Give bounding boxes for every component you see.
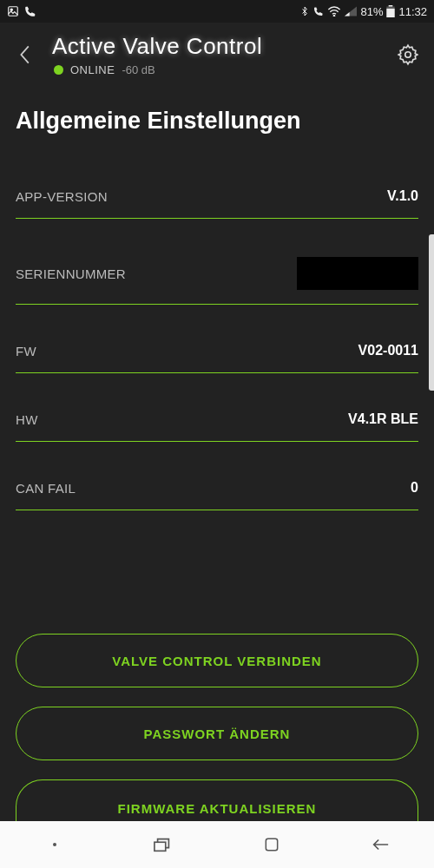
svg-point-6 [405, 52, 411, 58]
svg-rect-8 [154, 842, 165, 851]
fw-label: FW [16, 344, 36, 358]
svg-point-7 [53, 843, 56, 846]
signal-icon [345, 6, 357, 16]
wifi-icon [327, 6, 341, 16]
hw-value: V4.1R BLE [348, 411, 418, 427]
firmware-button-label: FIRMWARE AKTUALISIEREN [118, 801, 317, 816]
change-password-button[interactable]: PASSWORT ÄNDERN [16, 707, 418, 760]
image-icon [7, 5, 19, 17]
connect-valve-control-button[interactable]: VALVE CONTROL VERBINDEN [16, 634, 418, 687]
nav-dot[interactable] [29, 832, 81, 858]
scrollbar[interactable] [429, 234, 434, 391]
svg-rect-4 [387, 9, 395, 17]
battery-percent: 81% [360, 5, 383, 18]
hw-row: HW V4.1R BLE [16, 399, 418, 442]
home-button[interactable] [246, 832, 298, 858]
signal-strength: -60 dB [122, 63, 155, 76]
can-fail-label: CAN FAIL [16, 481, 76, 496]
settings-button[interactable] [394, 41, 422, 69]
recent-apps-button[interactable] [137, 832, 189, 858]
online-label: ONLINE [70, 63, 115, 76]
password-button-label: PASSWORT ÄNDERN [144, 727, 291, 741]
can-fail-row: CAN FAIL 0 [16, 468, 418, 510]
connect-button-label: VALVE CONTROL VERBINDEN [112, 654, 321, 668]
fw-row: FW V02-0011 [16, 331, 418, 373]
svg-rect-5 [389, 5, 393, 7]
battery-icon [386, 5, 395, 17]
update-firmware-button[interactable]: FIRMWARE AKTUALISIEREN [16, 779, 418, 821]
svg-rect-9 [266, 838, 277, 850]
back-button[interactable] [12, 43, 36, 67]
svg-point-2 [334, 16, 335, 16]
app-version-value: V.1.0 [387, 188, 418, 204]
can-fail-value: 0 [411, 480, 418, 496]
nav-back-button[interactable] [354, 832, 406, 858]
android-nav-bar [0, 821, 434, 868]
phone-active-icon [313, 6, 324, 16]
page-title: Active Valve Control [52, 33, 394, 60]
phone-icon [24, 5, 36, 17]
svg-rect-0 [9, 7, 18, 16]
clock-time: 11:32 [398, 5, 427, 18]
serial-row: SERIENNUMMER [16, 245, 418, 305]
hw-label: HW [16, 412, 38, 427]
app-version-label: APP-VERSION [16, 189, 108, 204]
online-indicator-icon [54, 65, 63, 75]
android-status-bar: 81% 11:32 [0, 0, 434, 23]
section-heading: Allgemeine Einstellungen [16, 108, 418, 135]
bluetooth-icon [299, 5, 310, 17]
app-version-row: APP-VERSION V.1.0 [16, 176, 418, 219]
app-header: Active Valve Control ONLINE -60 dB [0, 23, 434, 83]
fw-value: V02-0011 [358, 343, 418, 358]
serial-value-redacted [297, 257, 418, 290]
svg-point-1 [10, 9, 12, 10]
serial-label: SERIENNUMMER [16, 266, 126, 281]
